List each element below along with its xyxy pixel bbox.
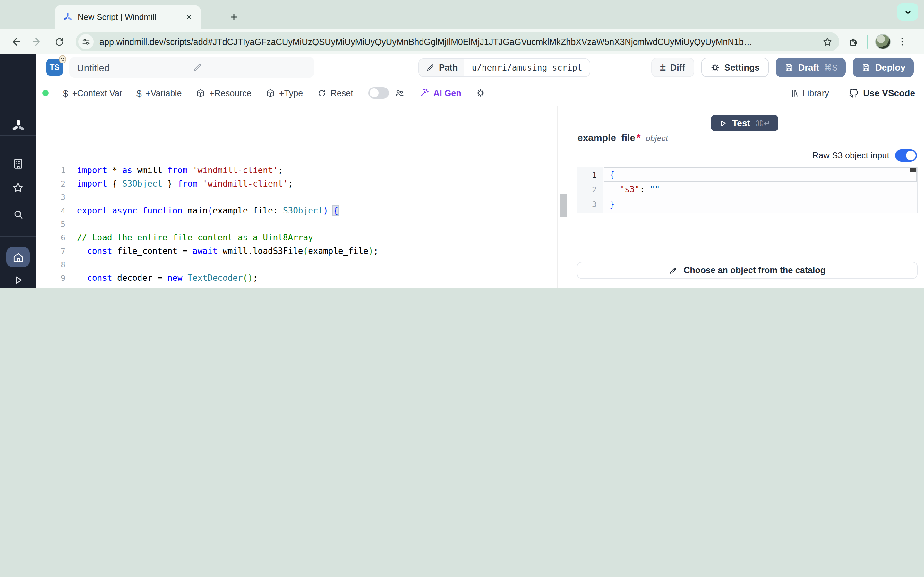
json-line-number: 2 (577, 182, 597, 197)
code-line[interactable]: const file_content_str = decoder.decode(… (77, 285, 557, 288)
editor-settings-icon[interactable] (475, 88, 486, 98)
code-line[interactable]: // Load the entire file_content as a Uin… (77, 231, 557, 244)
json-input-editor[interactable]: 1{2 "s3": ""3} (577, 167, 918, 213)
param-row: example_file* object (577, 132, 668, 143)
path-value[interactable]: u/henri/amusing_script (464, 59, 590, 76)
deploy-button[interactable]: Deploy (853, 58, 914, 77)
sidebar-item-home[interactable] (0, 247, 36, 267)
test-shortcut: ⌘↵ (755, 118, 771, 128)
ai-gen-label: AI Gen (433, 88, 461, 98)
deploy-label: Deploy (876, 62, 905, 73)
url-bar[interactable]: app.windmill.dev/scripts/add#JTdCJTIyaGF… (76, 32, 839, 51)
add-type-label: +Type (279, 88, 303, 98)
reset-button[interactable]: Reset (317, 88, 353, 98)
code-line[interactable]: const decoder = new TextDecoder(); (77, 271, 557, 285)
eyedropper-icon (669, 266, 678, 275)
script-header: TS Untitled Path u/henri/amusing_script (36, 55, 924, 80)
code-line[interactable]: import * as wmill from 'windmill-client'… (77, 163, 557, 177)
browser-tab[interactable]: New Script | Windmill (55, 5, 201, 29)
line-number: 4 (36, 204, 65, 218)
code-line[interactable]: import { S3Object } from 'windmill-clien… (77, 177, 557, 190)
windmill-logo-icon[interactable] (0, 117, 36, 136)
code-editor[interactable]: 1import * as wmill from 'windmill-client… (36, 106, 570, 288)
url-text[interactable]: app.windmill.dev/scripts/add#JTdCJTIyaGF… (99, 37, 818, 47)
library-button[interactable]: Library (789, 88, 829, 98)
choose-object-button[interactable]: Choose an object from the catalog (577, 261, 918, 279)
language-badge-label: TS (50, 63, 60, 72)
site-settings-icon[interactable] (78, 34, 94, 49)
back-icon[interactable] (6, 33, 24, 51)
use-vscode-label: Use VScode (863, 88, 915, 98)
forward-icon[interactable] (28, 33, 46, 51)
code-line[interactable]: export async function main(example_file:… (77, 204, 557, 218)
sidebar-divider (0, 236, 36, 237)
test-label: Test (732, 118, 750, 128)
add-variable-button[interactable]: $ +Variable (136, 87, 182, 98)
bookmark-star-icon[interactable] (822, 36, 833, 47)
browser-tabstrip: New Script | Windmill (0, 0, 924, 29)
extensions-icon[interactable] (848, 36, 859, 47)
line-number: 7 (36, 244, 65, 258)
add-variable-label: +Variable (145, 88, 182, 98)
language-badge: TS (46, 59, 63, 76)
line-number: 6 (36, 231, 65, 244)
search-icon[interactable] (0, 205, 36, 224)
draft-button[interactable]: Draft ⌘S (776, 58, 846, 77)
json-line-number: 3 (577, 197, 597, 211)
json-line[interactable]: "s3": "" (610, 182, 660, 197)
gear-icon (710, 63, 720, 72)
raw-s3-label: Raw S3 object input (813, 151, 889, 160)
edit-title-icon[interactable] (192, 63, 308, 72)
raw-s3-row: Raw S3 object input (813, 149, 917, 161)
scrollbar-thumb[interactable] (559, 193, 567, 217)
screenshot-root: New Script | Windmill app.windmill.dev/s… (0, 0, 924, 288)
windmill-app: TS Untitled Path u/henri/amusing_script (0, 55, 924, 288)
add-resource-button[interactable]: +Resource (196, 88, 252, 98)
test-button[interactable]: Test ⌘↵ (711, 115, 779, 131)
package-icon (196, 88, 206, 98)
add-resource-label: +Resource (210, 88, 252, 98)
sidebar-divider (0, 135, 36, 136)
dollar-icon: $ (63, 87, 68, 98)
add-context-var-button[interactable]: $ +Context Var (63, 87, 122, 98)
line-number: 8 (36, 258, 65, 271)
editor-scrollbar[interactable] (557, 106, 570, 288)
tab-search-button[interactable] (897, 3, 918, 21)
settings-button[interactable]: Settings (701, 58, 768, 77)
windmill-favicon-icon (62, 12, 73, 22)
script-title-input[interactable]: Untitled (69, 57, 314, 77)
preview-panel: Test ⌘↵ example_file* object Raw S3 obje… (570, 106, 924, 288)
json-line[interactable]: { (610, 167, 615, 182)
code-line[interactable]: const file_content = await wmill.loadS3F… (77, 244, 557, 258)
json-scrollbar-thumb[interactable] (910, 168, 916, 172)
library-icon (789, 88, 799, 98)
sidebar-item-runs[interactable] (0, 271, 36, 288)
line-number: 3 (36, 190, 65, 204)
reload-icon[interactable] (50, 33, 68, 51)
status-dot (42, 90, 49, 96)
library-label: Library (803, 88, 829, 98)
edit-path-icon (426, 63, 435, 72)
diff-icon: ± (660, 61, 666, 73)
path-label: Path (439, 63, 458, 73)
json-current-line (604, 167, 917, 182)
browser-avatar[interactable] (875, 34, 891, 49)
tab-close-icon[interactable] (183, 11, 194, 23)
json-line-number: 1 (577, 167, 597, 182)
ai-gen-button[interactable]: AI Gen (419, 88, 461, 98)
add-context-var-label: +Context Var (72, 88, 122, 98)
use-vscode-button[interactable]: Use VScode (848, 87, 915, 98)
draft-label: Draft (798, 62, 819, 73)
add-type-button[interactable]: +Type (266, 88, 303, 98)
sidebar-item-favorites[interactable] (0, 178, 36, 197)
diff-button[interactable]: ± Diff (651, 58, 694, 77)
sidebar-item-workspace[interactable] (0, 154, 36, 173)
json-line[interactable]: } (610, 197, 615, 211)
path-field[interactable]: Path u/henri/amusing_script (418, 58, 591, 77)
play-icon (719, 119, 727, 127)
package-icon (266, 88, 275, 98)
new-tab-icon[interactable] (226, 9, 241, 24)
raw-s3-toggle[interactable] (895, 149, 917, 161)
browser-menu-icon[interactable] (897, 37, 907, 47)
multiplayer-toggle[interactable] (368, 87, 389, 99)
